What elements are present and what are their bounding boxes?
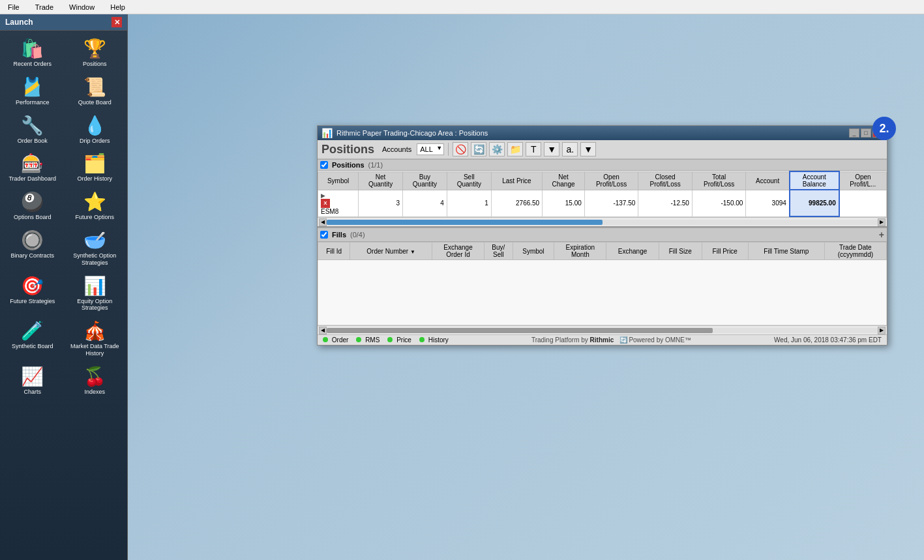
status-dot-rms [356,337,361,342]
sidebar-item-label-binary-contracts: Binary Contracts [10,252,54,259]
status-order-label: Order [332,336,349,344]
sidebar-item-synthetic-option-strategies[interactable]: 🥣 Synthetic Option Strategies [65,228,125,271]
fills-panel-count: (0/4) [350,231,365,239]
charts-icon: 📈 [21,368,44,386]
col-order-number: Order Number ▼ [350,243,432,260]
fills-scroll-left[interactable]: ◀ [319,327,327,334]
menu-help[interactable]: Help [108,2,128,12]
future-strategies-icon: 🎯 [21,277,44,295]
fills-panel-expand[interactable]: + [879,229,884,240]
cell-last-price: 2766.50 [491,190,542,216]
col-closed-pl: ClosedProfit/Loss [638,171,693,190]
fills-table-wrap: Fill Id Order Number ▼ ExchangeOrder Id … [318,242,887,325]
fills-empty-cell [318,260,887,325]
status-indicators: Order RMS Price History [323,336,449,344]
sidebar-item-label-indexes: Indexes [84,389,105,396]
cell-open-pl: -137.50 [584,190,638,216]
window-app-icon: 📊 [321,128,333,138]
toolbar-btn-8[interactable]: ▼ [580,142,596,156]
sidebar-item-synthetic-board[interactable]: 🧪 Synthetic Board [3,318,63,361]
col-fill-size: Fill Size [659,243,702,260]
fills-scroll-right[interactable]: ▶ [878,327,886,334]
fills-scrollbar[interactable]: ◀ ▶ [318,325,887,334]
menu-window[interactable]: Window [67,2,97,12]
sidebar-item-label-trader-dashboard: Trader Dashboard [8,175,56,183]
col-total-pl: TotalProfit/Loss [692,171,746,190]
toolbar-btn-3[interactable]: ⚙️ [489,142,505,156]
col-expiration-month: ExpirationMonth [554,243,606,260]
sidebar-item-label-quote-board: Quote Board [78,99,112,106]
market-data-trade-history-icon: 🎪 [83,322,106,340]
minimize-button[interactable]: _ [849,128,859,138]
positions-panel-label: Positions [332,161,365,169]
sidebar-item-order-book[interactable]: 🔧 Order Book [3,113,63,149]
sidebar-item-options-board[interactable]: 🎱 Options Board [3,189,63,225]
cell-net-change: 15.00 [543,190,585,216]
toolbar-btn-5[interactable]: T [526,142,541,156]
positions-panel-header: Positions (1/1) [318,159,887,171]
status-rms: RMS [356,336,380,344]
sidebar-item-charts[interactable]: 📈 Charts [3,364,63,400]
timestamp: Wed, Jun 06, 2018 03:47:36 pm EDT [774,336,882,344]
positions-panel-checkbox[interactable] [320,161,328,169]
sidebar-item-indexes[interactable]: 🍒 Indexes [65,364,125,400]
sidebar-item-label-synthetic-option-strategies: Synthetic Option Strategies [68,252,123,267]
status-price-label: Price [396,336,411,344]
maximize-button[interactable]: □ [861,128,871,138]
col-buy-sell: Buy/Sell [484,243,513,260]
scroll-left-btn[interactable]: ◀ [319,218,327,226]
toolbar-sep-1 [448,143,449,156]
rithmic-brand: Trading Platform by Rithmic 🔄 Powered by… [531,336,691,344]
scroll-right-btn[interactable]: ▶ [878,218,886,226]
left-panel: Launch ✕ 🛍️ Recent Orders🏆 Positions🎽 Pe… [0,14,128,560]
sidebar-item-recent-orders[interactable]: 🛍️ Recent Orders [3,36,63,72]
positions-scrollbar[interactable]: ◀ ▶ [318,217,887,226]
accounts-dropdown[interactable]: ALL [417,143,444,155]
drip-orders-icon: 💧 [83,117,106,135]
sidebar-item-label-order-book: Order Book [18,138,48,145]
equity-option-strategies-icon: 📊 [83,277,106,295]
sidebar-item-performance[interactable]: 🎽 Performance [3,74,63,110]
status-price: Price [387,336,411,344]
status-dot-price [387,337,393,342]
sidebar-item-equity-option-strategies[interactable]: 📊 Equity Option Strategies [65,273,125,316]
toolbar-btn-2[interactable]: 🔄 [471,142,486,156]
sidebar-item-label-order-history: Order History [77,175,112,183]
sidebar-item-future-options[interactable]: ⭐ Future Options [65,189,125,225]
menu-trade[interactable]: Trade [33,2,56,12]
status-bar: Order RMS Price History Trading Platform… [318,334,887,345]
cell-closed-pl: -12.50 [638,190,693,216]
expand-arrow[interactable]: ▶ [321,192,325,199]
status-order: Order [323,336,348,344]
sidebar-item-positions[interactable]: 🏆 Positions [65,36,125,72]
sidebar-item-trader-dashboard[interactable]: 🎰 Trader Dashboard [3,151,63,186]
col-last-price: Last Price [491,171,542,190]
positions-panel-count: (1/1) [368,161,383,169]
toolbar-btn-1[interactable]: 🚫 [453,142,468,156]
menu-bar: File Trade Window Help [0,0,924,14]
order-book-icon: 🔧 [21,117,44,135]
accounts-select-wrap[interactable]: ALL [417,143,444,155]
sidebar-item-future-strategies[interactable]: 🎯 Future Strategies [3,273,63,316]
sidebar-item-order-history[interactable]: 🗂️ Order History [65,151,125,186]
menu-file[interactable]: File [5,2,22,12]
fills-panel-label: Fills [332,231,346,239]
fills-empty-row [318,260,887,325]
toolbar-btn-4[interactable]: 📁 [507,142,523,156]
col-open-pl: OpenProfit/Loss [584,171,638,190]
status-dot-order [323,337,328,342]
sidebar-item-binary-contracts[interactable]: 🔘 Binary Contracts [3,228,63,271]
performance-icon: 🎽 [21,78,44,96]
fills-panel-checkbox[interactable] [320,231,328,239]
sidebar-item-label-equity-option-strategies: Equity Option Strategies [68,298,123,312]
fills-tbody [318,260,887,325]
sidebar-item-market-data-trade-history[interactable]: 🎪 Market Data Trade History [65,318,125,361]
brand-text: Trading Platform by [531,336,590,344]
launch-close-button[interactable]: ✕ [112,17,122,27]
col-exchange: Exchange [606,243,659,260]
sidebar-item-quote-board[interactable]: 📜 Quote Board [65,74,125,110]
toolbar-btn-7[interactable]: a. [562,142,578,156]
col-sell-qty: SellQuantity [447,171,491,190]
toolbar-btn-6[interactable]: ▼ [544,142,559,156]
sidebar-item-drip-orders[interactable]: 💧 Drip Orders [65,113,125,149]
